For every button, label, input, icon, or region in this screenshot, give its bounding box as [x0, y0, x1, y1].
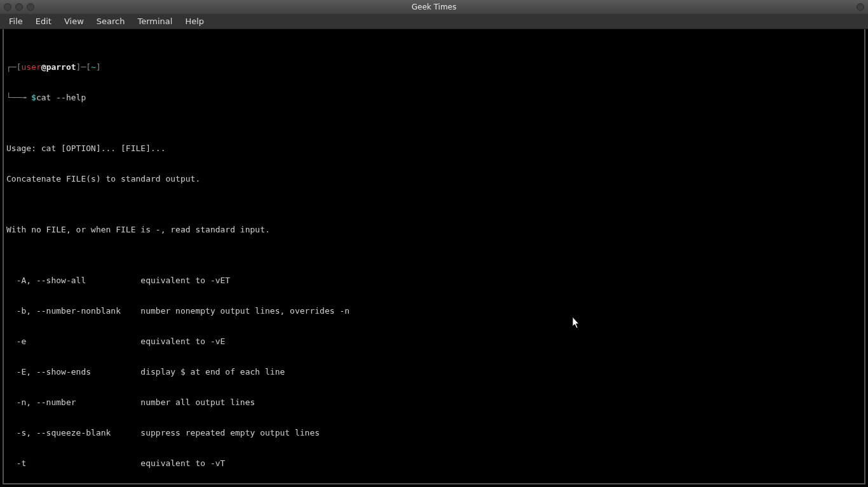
output-line: -e equivalent to -vE: [6, 337, 862, 347]
window-maximize-button[interactable]: [27, 3, 34, 11]
menu-edit[interactable]: Edit: [29, 15, 58, 27]
window-buttons-left: [0, 3, 34, 11]
window-extra-button[interactable]: [857, 3, 864, 11]
output-line: Usage: cat [OPTION]... [FILE]...: [6, 143, 862, 154]
prompt-user-1: user: [21, 62, 41, 72]
output-line: -A, --show-all equivalent to -vET: [6, 276, 862, 286]
prompt-dollar-1: $: [31, 93, 36, 102]
output-line: -E, --show-ends display $ at end of each…: [6, 367, 862, 377]
window-title: Geek Times: [0, 3, 868, 11]
prompt-at-1: @: [41, 62, 46, 72]
output-line: -t equivalent to -vT: [6, 458, 862, 469]
menu-search[interactable]: Search: [90, 15, 132, 27]
menu-terminal[interactable]: Terminal: [131, 15, 179, 27]
output-line: With no FILE, or when FILE is -, read st…: [6, 225, 862, 235]
terminal-viewport[interactable]: ┌─[user@parrot]─[~] └──╼ $cat --help Usa…: [3, 29, 865, 484]
prompt-cwd-1: ~: [91, 62, 96, 72]
output-line: -n, --number number all output lines: [6, 397, 862, 408]
window-minimize-button[interactable]: [15, 3, 23, 11]
menu-file[interactable]: File: [3, 15, 29, 27]
window-close-button[interactable]: [4, 3, 11, 11]
command-text: cat --help: [36, 93, 86, 102]
prompt-line-2: └──╼ $cat --help: [6, 93, 862, 103]
output-line: -s, --squeeze-blank suppress repeated em…: [6, 428, 862, 438]
prompt-bracket-open-1: ┌─[: [6, 62, 21, 72]
prompt-bracket-end-1: ]: [96, 62, 101, 72]
output-line: Concatenate FILE(s) to standard output.: [6, 174, 862, 184]
prompt-host-1: parrot: [46, 62, 76, 72]
prompt-bracket-mid-1: ]─[: [76, 62, 91, 72]
menu-view[interactable]: View: [58, 15, 90, 27]
output-line: -b, --number-nonblank number nonempty ou…: [6, 306, 862, 316]
terminal-window: Geek Times File Edit View Search Termina…: [0, 0, 868, 487]
menu-help[interactable]: Help: [179, 15, 210, 27]
titlebar[interactable]: Geek Times: [0, 0, 868, 14]
prompt-arrow-1: └──╼: [6, 93, 31, 102]
prompt-line-1: ┌─[user@parrot]─[~]: [6, 62, 862, 72]
menubar: File Edit View Search Terminal Help: [0, 14, 868, 29]
mouse-cursor-icon: [572, 316, 582, 330]
window-buttons-right: [857, 3, 864, 11]
